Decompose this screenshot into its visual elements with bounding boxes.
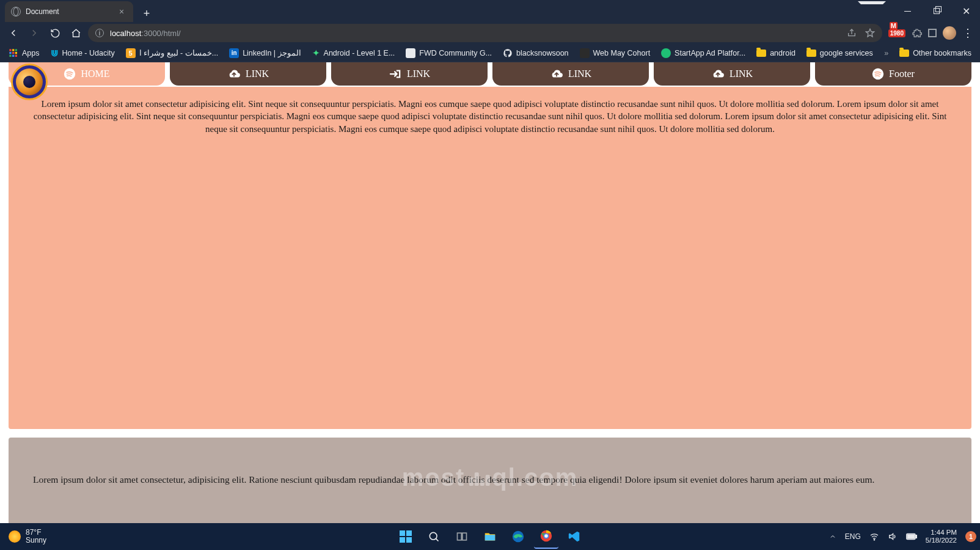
battery-icon[interactable]	[906, 533, 917, 540]
browser-chrome: Document × + ✕ i localhost:3000/html/	[0, 0, 980, 62]
bookmark-label: خمسات - لبيع وشراء ا...	[139, 48, 218, 57]
nav-footer[interactable]: Footer	[815, 62, 971, 86]
bookmark-label: Apps	[22, 49, 40, 57]
notification-badge[interactable]: 1	[965, 531, 976, 542]
taskbar-app-edge[interactable]	[506, 524, 530, 549]
taskbar-weather[interactable]: 87°F Sunny	[0, 529, 55, 544]
nav-link[interactable]: LINK	[331, 62, 488, 86]
bookmark-label: Home - Udacity	[62, 49, 115, 57]
omnibox[interactable]: i localhost:3000/html/	[88, 24, 882, 42]
other-bookmarks[interactable]: Other bookmarks	[899, 49, 971, 57]
nav-label: LINK	[730, 68, 753, 79]
globe-icon	[11, 7, 21, 16]
spotify-icon	[872, 68, 884, 80]
bookmark-item[interactable]: 5خمسات - لبيع وشراء ا...	[126, 48, 218, 58]
svg-rect-20	[916, 535, 917, 538]
wifi-icon[interactable]	[869, 532, 879, 541]
bookmark-overflow[interactable]: »	[884, 49, 888, 57]
browser-toolbar: i localhost:3000/html/ 1980 ⋮	[0, 22, 980, 44]
taskbar-app-chrome[interactable]	[534, 524, 558, 549]
tray-chevron-icon[interactable]	[829, 533, 836, 540]
nav-label: HOME	[81, 68, 109, 79]
nav-link[interactable]: LINK	[654, 62, 810, 86]
page-body: HOMELINKLINKLINKLINKFooter Lorem ipsum d…	[0, 62, 980, 528]
svg-rect-21	[907, 535, 914, 538]
volume-icon[interactable]	[888, 532, 898, 541]
taskbar-right: ENG 1:44 PM 5/18/2022 1	[825, 529, 980, 544]
nav-home-button[interactable]	[67, 24, 84, 42]
tab-close-button[interactable]: ×	[116, 6, 127, 17]
site-nav: HOMELINKLINKLINKLINKFooter	[9, 62, 971, 86]
tab-title: Document	[26, 7, 59, 16]
windows-icon	[400, 530, 412, 543]
svg-point-17	[544, 534, 548, 538]
share-icon[interactable]	[847, 28, 857, 38]
profile-avatar[interactable]	[943, 26, 956, 40]
bookmark-item[interactable]: android	[756, 49, 795, 57]
bookmark-bar: Apps⋓Home - Udacity5خمسات - لبيع وشراء ا…	[0, 44, 980, 62]
tab-strip: Document × + ✕	[0, 0, 980, 22]
nav-label: LINK	[246, 68, 269, 79]
language-indicator[interactable]: ENG	[845, 532, 861, 541]
bookmark-item[interactable]: inLinkedIn | الموجز	[229, 48, 301, 58]
bookmark-item[interactable]: StartApp Ad Platfor...	[661, 48, 745, 58]
nav-forward-button[interactable]	[26, 24, 43, 42]
nav-link[interactable]: LINK	[492, 62, 649, 86]
spotify-icon	[64, 68, 76, 80]
taskbar-center	[393, 524, 587, 549]
extensions-icon[interactable]	[912, 28, 922, 38]
url-text: localhost:3000/html/	[110, 29, 181, 38]
sun-icon	[9, 530, 21, 543]
bookmark-item[interactable]: Web May Cohort	[580, 48, 651, 58]
bookmark-label: blacksnowsoon	[516, 49, 568, 57]
nav-label: Footer	[889, 68, 915, 79]
tab-search-button[interactable]	[858, 1, 886, 21]
nav-reload-button[interactable]	[46, 24, 64, 42]
secondary-text: Lorem ipsum dolor sit amet consectetur, …	[33, 474, 947, 485]
extension-badge[interactable]: 1980	[888, 29, 905, 37]
svg-rect-2	[15, 49, 17, 51]
bookmark-label: google services	[820, 49, 873, 57]
bookmark-label: Web May Cohort	[593, 49, 651, 57]
taskbar-app-vscode[interactable]	[562, 524, 587, 549]
browser-menu-button[interactable]: ⋮	[962, 26, 973, 40]
bookmark-label: Android - Level 1 E...	[324, 49, 395, 57]
taskbar-clock[interactable]: 1:44 PM 5/18/2022	[926, 529, 957, 544]
bookmark-item[interactable]: FWD Community G...	[406, 48, 492, 58]
svg-rect-3	[9, 52, 11, 54]
svg-rect-8	[15, 54, 17, 56]
taskbar: 87°F Sunny ENG	[0, 523, 980, 550]
new-tab-button[interactable]: +	[138, 5, 155, 22]
panel-icon[interactable]	[928, 29, 937, 37]
bookmark-star-icon[interactable]	[865, 28, 875, 38]
svg-rect-0	[9, 49, 11, 51]
weather-cond: Sunny	[26, 537, 46, 544]
svg-rect-1	[12, 49, 14, 51]
page-viewport[interactable]: HOMELINKLINKLINKLINKFooter Lorem ipsum d…	[0, 62, 980, 528]
window-maximize-button[interactable]	[923, 1, 951, 21]
cloud-up-icon	[227, 68, 241, 79]
browser-tab[interactable]: Document ×	[5, 1, 133, 22]
window-minimize-button[interactable]	[893, 1, 921, 21]
nav-link[interactable]: LINK	[170, 62, 326, 86]
bookmark-item[interactable]: google services	[806, 49, 873, 57]
svg-rect-13	[463, 533, 467, 540]
site-info-icon[interactable]: i	[95, 29, 104, 37]
bookmark-item[interactable]: Apps	[9, 48, 40, 58]
bookmark-item[interactable]: blacksnowsoon	[503, 48, 568, 58]
cloud-up-icon	[711, 68, 725, 79]
bookmark-label: LinkedIn | الموجز	[243, 48, 301, 57]
svg-rect-7	[12, 54, 14, 56]
start-button[interactable]	[393, 524, 418, 549]
login-icon	[389, 68, 402, 79]
bookmark-item[interactable]: ⋓Home - Udacity	[51, 48, 115, 59]
bookmark-label: android	[770, 49, 795, 57]
window-close-button[interactable]: ✕	[952, 1, 980, 21]
nav-back-button[interactable]	[5, 24, 22, 42]
task-view-button[interactable]	[450, 524, 474, 549]
bookmark-item[interactable]: ✦Android - Level 1 E...	[312, 48, 395, 59]
svg-rect-12	[458, 533, 462, 540]
site-logo[interactable]	[11, 64, 48, 100]
search-button[interactable]	[422, 524, 446, 549]
taskbar-app-explorer[interactable]	[478, 524, 502, 549]
